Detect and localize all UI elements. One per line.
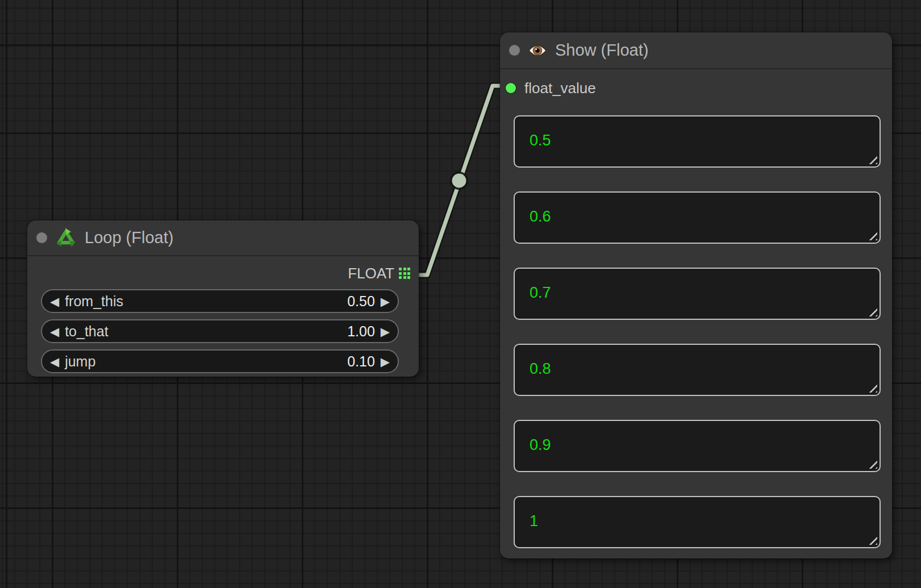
decrement-arrow-icon[interactable]: ◀ — [50, 326, 59, 337]
node-title: Show (Float) — [555, 41, 648, 60]
value-textarea[interactable]: 0.9 — [515, 421, 880, 471]
widget-from-this[interactable]: ◀ from_this 0.50 ▶ — [41, 289, 399, 313]
input-slot-label: float_value — [524, 80, 596, 97]
input-slot-dot[interactable] — [506, 83, 516, 93]
value-box: 0.9 — [514, 420, 881, 472]
eye-icon — [528, 43, 547, 59]
widget-to-that[interactable]: ◀ to_that 1.00 ▶ — [41, 319, 399, 343]
recycle-icon — [55, 227, 77, 249]
increment-arrow-icon[interactable]: ▶ — [381, 356, 390, 368]
value-textarea[interactable]: 0.5 — [515, 116, 880, 166]
widget-value: 1.00 — [347, 323, 375, 340]
link-midpoint-dot[interactable] — [452, 174, 466, 188]
decrement-arrow-icon[interactable]: ◀ — [50, 356, 59, 368]
link-midpoint-dot-outline — [450, 172, 468, 190]
input-slot-float-value[interactable]: float_value — [500, 77, 892, 99]
value-textarea[interactable]: 0.8 — [515, 345, 880, 395]
widget-jump[interactable]: ◀ jump 0.10 ▶ — [41, 349, 399, 373]
collapse-dot[interactable] — [36, 232, 47, 243]
output-slot-label: FLOAT — [348, 265, 394, 282]
value-textarea[interactable]: 0.6 — [515, 193, 880, 243]
value-textarea[interactable]: 0.7 — [515, 269, 880, 319]
increment-arrow-icon[interactable]: ▶ — [381, 295, 390, 307]
link-wire-line — [412, 86, 510, 275]
node-loop-float[interactable]: Loop (Float) FLOAT ◀ from_this 0.50 ▶ ◀ … — [27, 220, 419, 377]
grid-list-icon[interactable] — [399, 268, 410, 279]
widget-label: from_this — [65, 293, 123, 310]
widget-label: jump — [65, 353, 95, 370]
collapse-dot[interactable] — [509, 45, 520, 56]
increment-arrow-icon[interactable]: ▶ — [381, 326, 390, 337]
widget-label: to_that — [65, 323, 108, 340]
value-box: 0.7 — [514, 268, 881, 320]
node-show-float[interactable]: Show (Float) float_value 0.5 0.6 0.7 0.8… — [500, 32, 892, 558]
link-wire-outline — [412, 86, 510, 275]
value-box: 1 — [514, 496, 881, 548]
value-box: 0.6 — [514, 191, 881, 244]
node-title: Loop (Float) — [85, 228, 173, 247]
decrement-arrow-icon[interactable]: ◀ — [50, 295, 59, 307]
output-slot-float[interactable]: FLOAT — [27, 262, 419, 285]
show-node-titlebar[interactable]: Show (Float) — [500, 32, 892, 69]
loop-node-titlebar[interactable]: Loop (Float) — [27, 220, 419, 256]
value-box: 0.8 — [514, 344, 881, 396]
widget-value: 0.50 — [347, 293, 375, 310]
node-graph-canvas[interactable]: { "canvas": { "background": "#232323", "… — [0, 0, 921, 588]
widget-value: 0.10 — [347, 353, 375, 370]
value-textarea[interactable]: 1 — [515, 497, 880, 547]
value-box: 0.5 — [514, 115, 881, 168]
